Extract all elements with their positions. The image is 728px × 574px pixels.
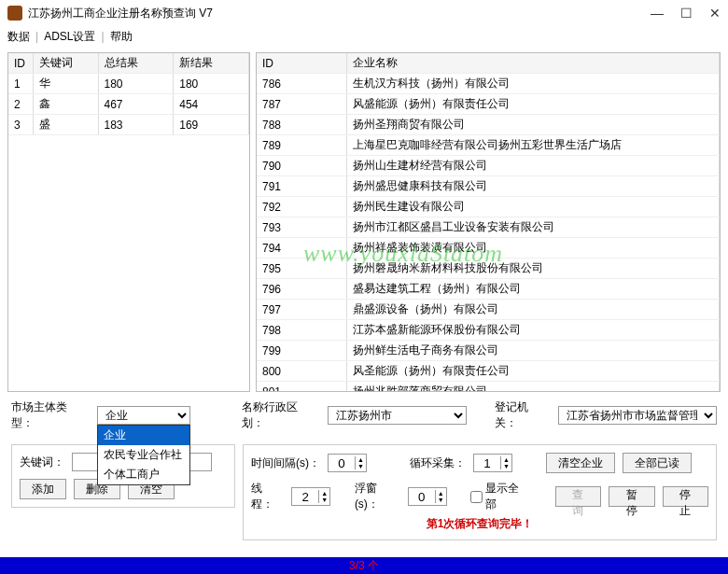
query-group: 时间间隔(s)： ▲▼ 循环采集： ▲▼ 清空企业 全部已读 线程： ▲▼ 浮窗…	[243, 444, 717, 540]
interval-label: 时间间隔(s)：	[251, 455, 320, 471]
table-row[interactable]: 790扬州山生建材经营有限公司	[257, 156, 720, 176]
col-keyword[interactable]: 关键词	[33, 53, 98, 74]
minimize-button[interactable]: —	[651, 6, 664, 21]
chevron-up-icon[interactable]: ▲	[356, 456, 366, 463]
thread-label: 线程：	[251, 481, 284, 512]
interval-spinner[interactable]: ▲▼	[328, 454, 367, 472]
chevron-up-icon[interactable]: ▲	[501, 456, 511, 463]
chevron-down-icon[interactable]: ▼	[356, 463, 366, 469]
col-company-name[interactable]: 企业名称	[346, 53, 720, 74]
table-row[interactable]: 794扬州祥盛装饰装潢有限公司	[257, 238, 720, 259]
table-row[interactable]: 795扬州磐晟纳米新材料科技股份有限公司	[257, 259, 720, 279]
controls-panel: 市场主体类型： 企业 企业 农民专业合作社 个体工商户 名称行政区划： 江苏扬州…	[0, 392, 728, 552]
table-row[interactable]: 3盛183169	[8, 115, 249, 135]
app-icon	[7, 6, 22, 21]
entity-type-dropdown: 企业 农民专业合作社 个体工商户	[97, 425, 190, 485]
chevron-up-icon[interactable]: ▲	[319, 490, 329, 497]
table-row[interactable]: 2鑫467454	[8, 94, 249, 115]
status-bar: 3/3 个	[0, 557, 728, 574]
chevron-down-icon[interactable]: ▼	[436, 497, 446, 503]
loop-label: 循环采集：	[410, 455, 466, 471]
entity-type-label: 市场主体类型：	[11, 399, 90, 431]
dropdown-option[interactable]: 企业	[98, 426, 189, 445]
region-label: 名称行政区划：	[242, 399, 320, 431]
clear-enterprise-button[interactable]: 清空企业	[546, 453, 615, 473]
authority-select[interactable]: 江苏省扬州市市场监督管理局	[558, 406, 717, 425]
pause-button[interactable]: 暂停	[609, 486, 654, 507]
add-button[interactable]: 添加	[20, 479, 66, 499]
all-read-button[interactable]: 全部已读	[623, 453, 692, 473]
dropdown-option[interactable]: 农民专业合作社	[98, 445, 189, 465]
table-row[interactable]: 791扬州盛思健康科技有限公司	[257, 176, 720, 197]
chevron-up-icon[interactable]: ▲	[436, 490, 446, 497]
query-button[interactable]: 查询	[555, 486, 601, 507]
results-table: www.youxiaStatom ID 企业名称 786生机汉方科技（扬州）有限…	[256, 52, 721, 392]
menubar: 数据 | ADSL设置 | 帮助	[0, 26, 728, 47]
menu-help[interactable]: 帮助	[110, 29, 133, 45]
table-row[interactable]: 787风盛能源（扬州）有限责任公司	[257, 94, 720, 115]
window-title: 江苏扬州工商企业注册名称预查询 V7	[28, 6, 651, 21]
table-row[interactable]: 798江苏本盛新能源环保股份有限公司	[257, 320, 720, 341]
stop-button[interactable]: 停止	[663, 486, 708, 507]
keyword-label: 关键词：	[20, 455, 64, 470]
float-label: 浮窗(s)：	[355, 481, 400, 512]
chevron-down-icon[interactable]: ▼	[319, 497, 329, 503]
table-row[interactable]: 1华180180	[8, 74, 249, 94]
window-controls: — ☐ ✕	[651, 6, 721, 21]
titlebar: 江苏扬州工商企业注册名称预查询 V7 — ☐ ✕	[0, 0, 728, 26]
menu-adsl[interactable]: ADSL设置	[44, 29, 95, 45]
table-row[interactable]: 800风圣能源（扬州）有限责任公司	[257, 361, 720, 382]
float-spinner[interactable]: ▲▼	[408, 487, 447, 506]
entity-type-select[interactable]: 企业	[97, 406, 190, 425]
status-message: 第1次循环查询完毕！	[251, 516, 708, 532]
table-row[interactable]: 799扬州鲜生活电子商务有限公司	[257, 341, 720, 361]
close-button[interactable]: ✕	[709, 6, 721, 21]
table-row[interactable]: 786生机汉方科技（扬州）有限公司	[257, 74, 720, 94]
table-row[interactable]: 801扬州兆胜部落商贸有限公司	[257, 382, 720, 393]
col-total[interactable]: 总结果	[98, 53, 174, 74]
table-row[interactable]: 796盛易达建筑工程（扬州）有限公司	[257, 279, 720, 300]
region-select[interactable]: 江苏扬州市	[328, 406, 467, 425]
col-id[interactable]: ID	[8, 53, 33, 74]
loop-spinner[interactable]: ▲▼	[473, 454, 512, 472]
chevron-down-icon[interactable]: ▼	[501, 463, 511, 469]
table-row[interactable]: 789上海星巴克咖啡经营有限公司扬州五彩世界生活广场店	[257, 135, 720, 156]
show-all-checkbox[interactable]: 显示全部	[470, 481, 529, 512]
table-row[interactable]: 788扬州圣翔商贸有限公司	[257, 115, 720, 135]
keywords-table: ID 关键词 总结果 新结果 1华1801802鑫4674543盛183169	[7, 52, 250, 392]
dropdown-option[interactable]: 个体工商户	[98, 465, 189, 484]
table-row[interactable]: 797鼎盛源设备（扬州）有限公司	[257, 300, 720, 320]
authority-label: 登记机关：	[495, 399, 551, 431]
col-new[interactable]: 新结果	[174, 53, 249, 74]
maximize-button[interactable]: ☐	[680, 6, 693, 21]
thread-spinner[interactable]: ▲▼	[291, 487, 330, 506]
menu-data[interactable]: 数据	[7, 29, 30, 45]
table-row[interactable]: 793扬州市江都区盛昌工业设备安装有限公司	[257, 217, 720, 238]
col-id[interactable]: ID	[257, 53, 346, 74]
table-row[interactable]: 792扬州民生建设有限公司	[257, 197, 720, 217]
